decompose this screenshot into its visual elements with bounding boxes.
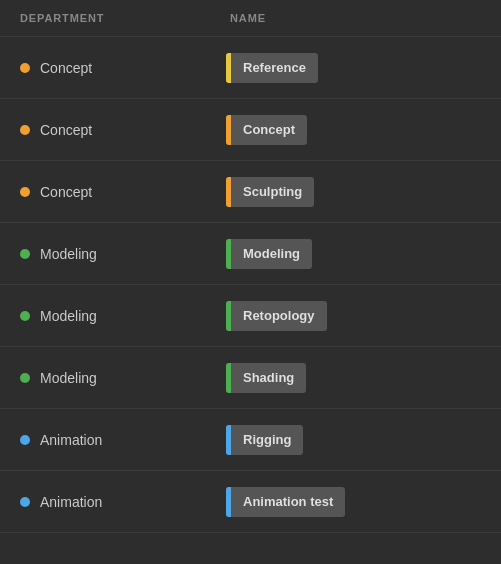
cell-department: Modeling	[0, 246, 210, 262]
tasks-table: DEPARTMENT NAME Concept Reference Concep…	[0, 0, 501, 533]
cell-name: Animation test	[210, 487, 501, 517]
department-dot	[20, 63, 30, 73]
department-dot	[20, 187, 30, 197]
header-name: NAME	[230, 12, 481, 24]
department-dot	[20, 435, 30, 445]
name-badge[interactable]: Shading	[226, 363, 306, 393]
department-label: Animation	[40, 494, 102, 510]
cell-name: Reference	[210, 53, 501, 83]
cell-department: Concept	[0, 60, 210, 76]
table-body: Concept Reference Concept Concept Concep…	[0, 37, 501, 533]
cell-department: Animation	[0, 432, 210, 448]
task-name: Reference	[231, 60, 318, 75]
cell-department: Concept	[0, 122, 210, 138]
table-row[interactable]: Concept Sculpting	[0, 161, 501, 223]
department-dot	[20, 125, 30, 135]
task-name: Modeling	[231, 246, 312, 261]
name-badge[interactable]: Animation test	[226, 487, 345, 517]
name-badge[interactable]: Concept	[226, 115, 307, 145]
cell-department: Animation	[0, 494, 210, 510]
table-row[interactable]: Modeling Modeling	[0, 223, 501, 285]
task-name: Animation test	[231, 494, 345, 509]
table-row[interactable]: Modeling Retopology	[0, 285, 501, 347]
table-row[interactable]: Animation Animation test	[0, 471, 501, 533]
name-badge[interactable]: Modeling	[226, 239, 312, 269]
cell-name: Concept	[210, 115, 501, 145]
department-dot	[20, 249, 30, 259]
department-dot	[20, 373, 30, 383]
name-badge[interactable]: Rigging	[226, 425, 303, 455]
department-label: Modeling	[40, 308, 97, 324]
department-dot	[20, 311, 30, 321]
cell-name: Modeling	[210, 239, 501, 269]
table-row[interactable]: Modeling Shading	[0, 347, 501, 409]
header-department: DEPARTMENT	[20, 12, 230, 24]
table-row[interactable]: Concept Concept	[0, 99, 501, 161]
department-label: Concept	[40, 60, 92, 76]
name-badge[interactable]: Reference	[226, 53, 318, 83]
department-label: Concept	[40, 184, 92, 200]
task-name: Retopology	[231, 308, 327, 323]
department-label: Animation	[40, 432, 102, 448]
department-label: Modeling	[40, 370, 97, 386]
task-name: Concept	[231, 122, 307, 137]
cell-name: Retopology	[210, 301, 501, 331]
table-header: DEPARTMENT NAME	[0, 0, 501, 37]
cell-department: Modeling	[0, 308, 210, 324]
task-name: Sculpting	[231, 184, 314, 199]
name-badge[interactable]: Retopology	[226, 301, 327, 331]
department-label: Modeling	[40, 246, 97, 262]
cell-name: Shading	[210, 363, 501, 393]
cell-department: Modeling	[0, 370, 210, 386]
table-row[interactable]: Animation Rigging	[0, 409, 501, 471]
cell-department: Concept	[0, 184, 210, 200]
cell-name: Sculpting	[210, 177, 501, 207]
task-name: Rigging	[231, 432, 303, 447]
department-label: Concept	[40, 122, 92, 138]
task-name: Shading	[231, 370, 306, 385]
department-dot	[20, 497, 30, 507]
cell-name: Rigging	[210, 425, 501, 455]
name-badge[interactable]: Sculpting	[226, 177, 314, 207]
table-row[interactable]: Concept Reference	[0, 37, 501, 99]
